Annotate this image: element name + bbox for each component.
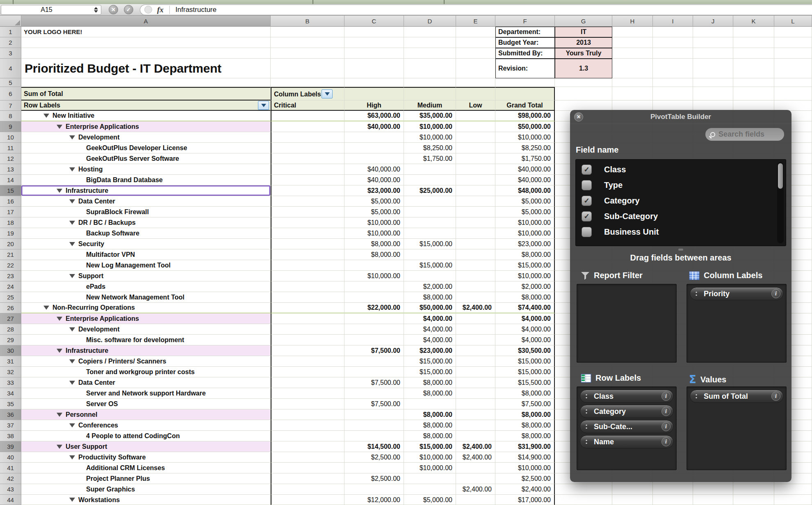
cell-C6[interactable]	[344, 87, 404, 101]
pivot-col-header-critical[interactable]: Critical	[271, 101, 344, 111]
value-critical-42[interactable]	[271, 473, 344, 484]
value-medium-11[interactable]: $8,250.00	[404, 143, 456, 153]
cell-K4[interactable]	[733, 59, 774, 78]
cell-A21[interactable]: Multifactor VPN	[21, 249, 271, 260]
cell-E6[interactable]	[456, 87, 495, 101]
collapse-triangle-icon[interactable]	[69, 423, 75, 427]
meta-value-3[interactable]: Yours Truly	[555, 48, 612, 59]
cell-K6[interactable]	[733, 87, 774, 101]
value-low-32[interactable]	[456, 367, 495, 377]
cell-A29[interactable]: Misc. software for development	[21, 335, 271, 345]
value-total-20[interactable]: $23,000.00	[495, 239, 555, 249]
checkbox-unchecked-icon[interactable]	[582, 227, 592, 237]
value-low-43[interactable]: $2,400.00	[456, 484, 495, 495]
value-medium-35[interactable]	[404, 399, 456, 409]
info-icon[interactable]: i	[771, 392, 780, 401]
value-low-25[interactable]	[456, 292, 495, 303]
cell-A25[interactable]: New Network Management Tool	[21, 292, 271, 303]
value-total-18[interactable]: $10,000.00	[495, 217, 555, 228]
value-total-31[interactable]: $15,000.00	[495, 356, 555, 367]
value-medium-44[interactable]: $5,000.00	[404, 495, 456, 505]
cell-K1[interactable]	[733, 27, 774, 37]
cell-A26[interactable]: Non-Recurring Operations	[21, 303, 271, 313]
value-total-36[interactable]: $8,000.00	[495, 409, 555, 420]
value-critical-26[interactable]	[271, 303, 344, 313]
row-header-20[interactable]: 20	[0, 239, 21, 249]
value-high-40[interactable]: $2,500.00	[344, 452, 404, 463]
value-medium-12[interactable]: $1,750.00	[404, 153, 456, 164]
value-critical-16[interactable]	[271, 196, 344, 207]
column-labels-area[interactable]: Priorityi	[687, 284, 787, 363]
cell-H44[interactable]	[612, 495, 653, 505]
col-header-L[interactable]: L	[774, 16, 812, 27]
value-medium-19[interactable]	[404, 228, 456, 239]
cell-C4[interactable]	[344, 59, 404, 78]
row-header-21[interactable]: 21	[0, 249, 21, 260]
value-medium-36[interactable]: $8,000.00	[404, 409, 456, 420]
pill-category[interactable]: Categoryi	[580, 405, 673, 418]
cell-D1[interactable]	[404, 27, 456, 37]
row-header-18[interactable]: 18	[0, 217, 21, 228]
collapse-triangle-icon[interactable]	[57, 317, 62, 321]
cell-J7[interactable]	[693, 101, 733, 111]
cell-J44[interactable]	[693, 495, 733, 505]
builder-titlebar[interactable]: ✕ PivotTable Builder	[570, 110, 791, 124]
row-header-29[interactable]: 29	[0, 335, 21, 345]
meta-label-3[interactable]: Submitted By:	[495, 48, 555, 59]
value-high-28[interactable]	[344, 324, 404, 335]
value-critical-13[interactable]	[271, 164, 344, 175]
value-total-41[interactable]: $10,000.00	[495, 463, 555, 473]
info-icon[interactable]: i	[661, 392, 671, 401]
collapse-triangle-icon[interactable]	[69, 359, 75, 363]
value-critical-29[interactable]	[271, 335, 344, 345]
value-high-39[interactable]: $14,500.00	[344, 441, 404, 452]
value-medium-27[interactable]: $4,000.00	[404, 313, 456, 324]
pivot-col-header-grand-total[interactable]: Grand Total	[495, 101, 555, 111]
name-box[interactable]: A15	[1, 5, 101, 15]
value-medium-20[interactable]: $15,000.00	[404, 239, 456, 249]
cell-A14[interactable]: BigData Brand Database	[21, 175, 271, 185]
value-critical-19[interactable]	[271, 228, 344, 239]
value-critical-35[interactable]	[271, 399, 344, 409]
cell-A38[interactable]: 4 People to attend CodingCon	[21, 431, 271, 441]
value-medium-42[interactable]	[404, 473, 456, 484]
row-header-33[interactable]: 33	[0, 377, 21, 388]
row-header-36[interactable]: 36	[0, 409, 21, 420]
collapse-triangle-icon[interactable]	[69, 135, 75, 139]
cell-A28[interactable]: Development	[21, 324, 271, 335]
cell-I1[interactable]	[653, 27, 693, 37]
formula-field[interactable]: fx Infrastructure	[140, 5, 812, 15]
cell-L7[interactable]	[774, 101, 812, 111]
value-low-33[interactable]	[456, 377, 495, 388]
cell-I7[interactable]	[653, 101, 693, 111]
value-total-17[interactable]: $5,000.00	[495, 207, 555, 217]
value-high-21[interactable]: $8,000.00	[344, 249, 404, 260]
row-header-6[interactable]: 6	[0, 87, 21, 101]
value-critical-15[interactable]	[271, 185, 344, 196]
info-icon[interactable]: i	[771, 289, 780, 298]
value-critical-32[interactable]	[271, 367, 344, 377]
value-high-29[interactable]	[344, 335, 404, 345]
value-total-23[interactable]: $10,000.00	[495, 271, 555, 281]
value-low-22[interactable]	[456, 260, 495, 271]
row-header-19[interactable]: 19	[0, 228, 21, 239]
col-header-H[interactable]: H	[612, 16, 653, 27]
value-medium-33[interactable]: $8,000.00	[404, 377, 456, 388]
cell-C3[interactable]	[344, 48, 404, 59]
pivot-col-header-medium[interactable]: Medium	[404, 101, 456, 111]
value-critical-31[interactable]	[271, 356, 344, 367]
cell-I4[interactable]	[653, 59, 693, 78]
value-total-26[interactable]: $74,400.00	[495, 303, 555, 313]
cell-E4[interactable]	[456, 59, 495, 78]
cell-L2[interactable]	[774, 37, 812, 48]
cell-A35[interactable]: Server OS	[21, 399, 271, 409]
value-total-37[interactable]: $8,000.00	[495, 420, 555, 431]
cell-K2[interactable]	[733, 37, 774, 48]
value-total-40[interactable]: $14,900.00	[495, 452, 555, 463]
cell-B5[interactable]	[271, 78, 344, 87]
value-critical-34[interactable]	[271, 388, 344, 399]
value-medium-37[interactable]: $8,000.00	[404, 420, 456, 431]
value-medium-24[interactable]: $2,000.00	[404, 281, 456, 292]
value-low-39[interactable]: $2,400.00	[456, 441, 495, 452]
value-total-9[interactable]: $50,000.00	[495, 121, 555, 132]
